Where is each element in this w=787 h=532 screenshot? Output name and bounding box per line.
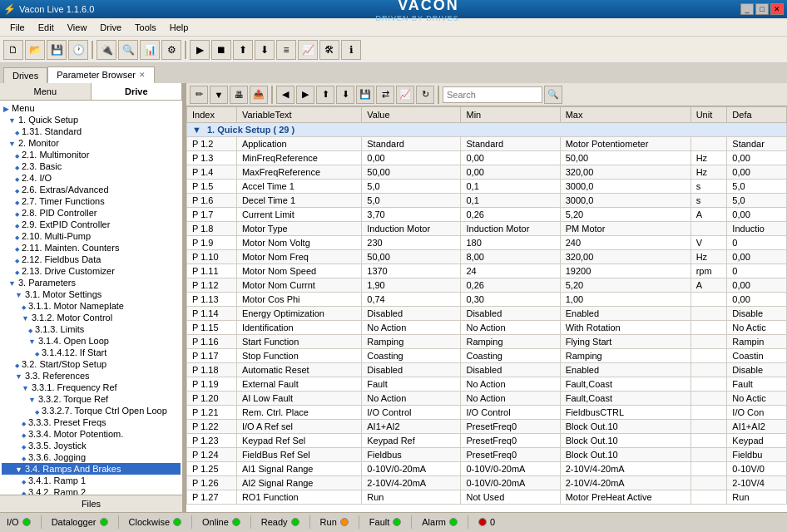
tree-node-30[interactable]: ◆3.3.6. Jogging bbox=[2, 451, 181, 463]
param-tb-next[interactable]: ▶ bbox=[296, 86, 314, 104]
maximize-button[interactable]: □ bbox=[755, 3, 769, 15]
tree-node-10[interactable]: ◆2.9. ExtPID Controller bbox=[2, 219, 181, 230]
table-row[interactable]: P 1.4MaxFreqReference50,000,00320,00Hz0,… bbox=[187, 165, 787, 180]
param-tb-refresh[interactable]: ↻ bbox=[416, 86, 434, 104]
tb-upload[interactable]: ⬆ bbox=[233, 40, 253, 60]
param-tb-scope[interactable]: 📈 bbox=[396, 86, 414, 104]
table-row[interactable]: P 1.12Motor Nom Currnt1,900,265,20A0,00 bbox=[187, 278, 787, 293]
table-row[interactable]: P 1.3MinFreqReference0,000,0050,00Hz0,00 bbox=[187, 151, 787, 165]
menu-tools[interactable]: Tools bbox=[128, 21, 163, 34]
table-row[interactable]: P 1.2ApplicationStandardStandardMotor Po… bbox=[187, 137, 787, 151]
table-row[interactable]: P 1.26AI2 Signal Range2-10V/4-20mA0-10V/… bbox=[187, 476, 787, 490]
tree-node-9[interactable]: ◆2.8. PID Controller bbox=[2, 207, 181, 219]
tb-compare[interactable]: ≡ bbox=[276, 40, 296, 60]
table-row[interactable]: P 1.20AI Low FaultNo ActionNo ActionFaul… bbox=[187, 392, 787, 406]
table-row[interactable]: P 1.10Motor Nom Freq50,008,00320,00Hz0,0… bbox=[187, 250, 787, 264]
table-row[interactable]: P 1.8Motor TypeInduction MotorInduction … bbox=[187, 222, 787, 236]
tree-node-21[interactable]: ◆3.1.4.12. If Start bbox=[2, 347, 181, 358]
tree-node-11[interactable]: ◆2.10. Multi-Pump bbox=[2, 230, 181, 242]
tree-node-20[interactable]: ▼3.1.4. Open Loop bbox=[2, 335, 181, 347]
tb-new[interactable]: 🗋 bbox=[3, 40, 23, 60]
tree-node-8[interactable]: ◆2.7. Timer Functions bbox=[2, 195, 181, 207]
tab-drives[interactable]: Drives bbox=[3, 67, 47, 83]
table-row[interactable]: P 1.9Motor Nom Voltg230180240V0 bbox=[187, 236, 787, 250]
tree-node-4[interactable]: ◆2.1. Multimonitor bbox=[2, 149, 181, 160]
tb-open[interactable]: 📂 bbox=[25, 40, 45, 60]
param-tb-edit[interactable]: ✏ bbox=[190, 86, 208, 104]
tree-node-2[interactable]: ◆1.31. Standard bbox=[2, 126, 181, 137]
table-row[interactable]: P 1.18Automatic ResetDisabledDisabledEna… bbox=[187, 363, 787, 377]
tree-node-27[interactable]: ◆3.3.3. Preset Freqs bbox=[2, 416, 181, 428]
tree-node-24[interactable]: ▼3.3.1. Frequency Ref bbox=[2, 382, 181, 393]
tree-node-12[interactable]: ◆2.11. Mainten. Counters bbox=[2, 242, 181, 254]
tree-node-29[interactable]: ◆3.3.5. Joystick bbox=[2, 440, 181, 451]
tree-node-15[interactable]: ▼3. Parameters bbox=[2, 277, 181, 288]
group-collapse-icon[interactable]: ▼ bbox=[192, 125, 201, 135]
param-table[interactable]: Index VariableText Value Min Max Unit De… bbox=[186, 106, 787, 512]
tree-node-26[interactable]: ◆3.3.2.7. Torque Ctrl Open Loop bbox=[2, 405, 181, 416]
tab-parameter-browser[interactable]: Parameter Browser ✕ bbox=[47, 66, 155, 83]
table-row[interactable]: P 1.23Keypad Ref SelKeypad RefPresetFreq… bbox=[187, 434, 787, 448]
table-row[interactable]: P 1.24FieldBus Ref SelFieldbusPresetFreq… bbox=[187, 448, 787, 462]
tree-node-1[interactable]: ▼1. Quick Setup bbox=[2, 114, 181, 126]
tree-node-7[interactable]: ◆2.6. Extras/Advanced bbox=[2, 184, 181, 195]
tree-node-5[interactable]: ◆2.3. Basic bbox=[2, 160, 181, 172]
param-tb-save[interactable]: 💾 bbox=[356, 86, 374, 104]
tree-area[interactable]: ▶Menu▼1. Quick Setup◆1.31. Standard▼2. M… bbox=[0, 101, 182, 495]
tree-node-25[interactable]: ▼3.3.2. Torque Ref bbox=[2, 393, 181, 405]
left-tab-drive[interactable]: Drive bbox=[92, 83, 183, 100]
table-row[interactable]: P 1.25AI1 Signal Range0-10V/0-20mA0-10V/… bbox=[187, 462, 787, 476]
tree-node-13[interactable]: ◆2.12. Fieldbus Data bbox=[2, 254, 181, 265]
table-row[interactable]: P 1.27RO1 FunctionRunNot UsedMotor PreHe… bbox=[187, 490, 787, 505]
param-tb-download[interactable]: ⬇ bbox=[336, 86, 354, 104]
table-row[interactable]: P 1.13Motor Cos Phi0,740,301,000,00 bbox=[187, 293, 787, 307]
tree-node-22[interactable]: ◆3.2. Start/Stop Setup bbox=[2, 358, 181, 370]
tb-param[interactable]: ⚙ bbox=[161, 40, 181, 60]
table-row[interactable]: P 1.22I/O A Ref selAI1+AI2PresetFreq0Blo… bbox=[187, 420, 787, 434]
tb-connect[interactable]: 🔌 bbox=[97, 40, 116, 60]
tree-node-23[interactable]: ▼3.3. References bbox=[2, 370, 181, 382]
table-row[interactable]: P 1.5Accel Time 15,00,13000,0s5,0 bbox=[187, 180, 787, 194]
param-tb-prev[interactable]: ◀ bbox=[276, 86, 295, 104]
minimize-button[interactable]: _ bbox=[740, 3, 754, 15]
table-row[interactable]: P 1.6Decel Time 15,00,13000,0s5,0 bbox=[187, 194, 787, 208]
table-row[interactable]: P 1.11Motor Nom Speed13702419200rpm0 bbox=[187, 264, 787, 278]
param-tb-search-go[interactable]: 🔍 bbox=[544, 86, 562, 104]
left-tab-menu[interactable]: Menu bbox=[0, 83, 92, 100]
tree-node-14[interactable]: ◆2.13. Drive Customizer bbox=[2, 265, 181, 277]
param-tb-upload[interactable]: ⬆ bbox=[316, 86, 334, 104]
table-row[interactable]: P 1.21Rem. Ctrl. PlaceI/O ControlI/O Con… bbox=[187, 406, 787, 420]
tb-search[interactable]: 🔍 bbox=[118, 40, 138, 60]
tb-clock[interactable]: 🕐 bbox=[68, 40, 88, 60]
tab-close-icon[interactable]: ✕ bbox=[139, 71, 146, 79]
tree-node-6[interactable]: ◆2.4. I/O bbox=[2, 172, 181, 184]
tree-node-28[interactable]: ◆3.3.4. Motor Potentiom. bbox=[2, 428, 181, 440]
param-tb-compare[interactable]: ⇄ bbox=[376, 86, 394, 104]
tree-node-18[interactable]: ▼3.1.2. Motor Control bbox=[2, 312, 181, 323]
tb-stop[interactable]: ⏹ bbox=[211, 40, 231, 60]
tb-info[interactable]: ℹ bbox=[341, 40, 361, 60]
table-row[interactable]: P 1.14Energy OptimizationDisabledDisable… bbox=[187, 307, 787, 321]
table-row[interactable]: P 1.7Current Limit3,700,265,20A0,00 bbox=[187, 208, 787, 222]
tree-node-16[interactable]: ▼3.1. Motor Settings bbox=[2, 288, 181, 300]
table-row[interactable]: P 1.16Start FunctionRampingRampingFlying… bbox=[187, 335, 787, 349]
table-row[interactable]: P 1.15IdentificationNo ActionNo ActionWi… bbox=[187, 321, 787, 335]
tree-node-0[interactable]: ▶Menu bbox=[2, 102, 181, 114]
table-group-row[interactable]: ▼ 1. Quick Setup ( 29 ) bbox=[187, 123, 787, 137]
menu-drive[interactable]: Drive bbox=[93, 21, 128, 34]
tree-node-3[interactable]: ▼2. Monitor bbox=[2, 137, 181, 149]
tree-node-17[interactable]: ◆3.1.1. Motor Nameplate bbox=[2, 300, 181, 312]
tb-monitor[interactable]: 📊 bbox=[140, 40, 160, 60]
tb-save[interactable]: 💾 bbox=[47, 40, 67, 60]
table-row[interactable]: P 1.17Stop FunctionCoastingCoastingRampi… bbox=[187, 349, 787, 363]
tree-node-33[interactable]: ◆3.4.2. Ramp 2 bbox=[2, 486, 181, 495]
close-button[interactable]: ✕ bbox=[770, 3, 784, 15]
menu-edit[interactable]: Edit bbox=[32, 21, 61, 34]
param-tb-print[interactable]: 🖶 bbox=[230, 86, 248, 104]
param-tb-filter[interactable]: ▼ bbox=[210, 86, 228, 104]
files-button[interactable]: Files bbox=[0, 495, 182, 512]
tb-scope[interactable]: 📈 bbox=[298, 40, 318, 60]
tree-node-32[interactable]: ◆3.4.1. Ramp 1 bbox=[2, 475, 181, 486]
tb-download[interactable]: ⬇ bbox=[255, 40, 275, 60]
param-tb-export[interactable]: 📤 bbox=[250, 86, 268, 104]
